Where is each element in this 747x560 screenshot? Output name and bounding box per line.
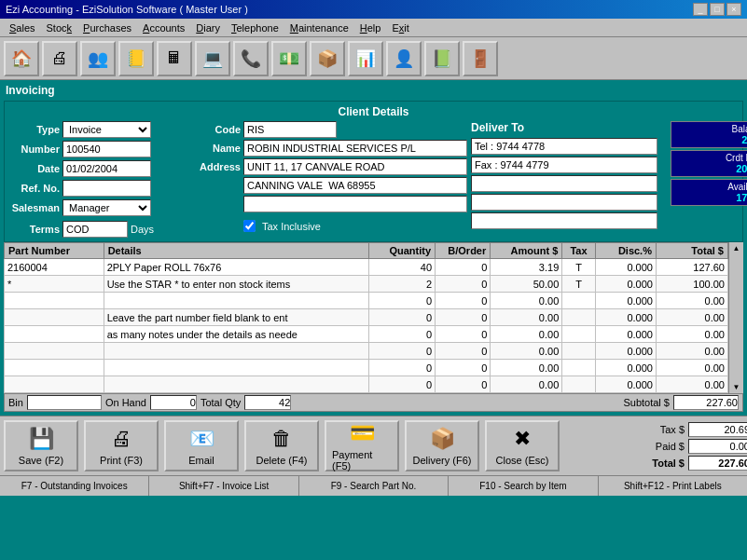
cell-part[interactable] (5, 343, 104, 360)
cell-total[interactable]: 0.00 (656, 293, 727, 309)
cell-details[interactable]: Use the STAR * to enter non stock items (104, 276, 368, 293)
table-row[interactable]: 0 0 0.00 0.000 0.00 (5, 360, 728, 376)
cell-amount[interactable]: 0.00 (491, 326, 562, 343)
cell-amount[interactable]: 0.00 (491, 343, 562, 360)
name-input[interactable] (243, 140, 467, 157)
toolbar-exit[interactable]: 🚪 (463, 41, 498, 76)
delete-button[interactable]: 🗑Delete (F4) (244, 420, 319, 471)
cell-details[interactable] (104, 293, 368, 309)
cell-part[interactable] (5, 293, 104, 309)
cell-border[interactable]: 0 (436, 259, 491, 276)
cell-border[interactable]: 0 (436, 343, 491, 360)
shortcut-item[interactable]: Shift+F7 - Invoice List (149, 476, 298, 496)
refno-input[interactable] (62, 180, 151, 197)
minimize-button[interactable]: _ (693, 3, 708, 16)
close-button[interactable]: ✖Close (Esc) (485, 420, 560, 471)
cell-total[interactable]: 127.60 (656, 259, 727, 276)
fax-input[interactable] (471, 157, 657, 173)
total-qty-input[interactable] (244, 395, 291, 410)
cell-details[interactable]: 2PLY Paper ROLL 76x76 (104, 259, 368, 276)
cell-disc[interactable]: 0.000 (595, 326, 656, 343)
cell-tax[interactable]: T (562, 259, 596, 276)
cell-disc[interactable]: 0.000 (595, 360, 656, 376)
shortcut-item[interactable]: Shift+F12 - Print Labels (599, 476, 747, 496)
table-row[interactable]: Leave the part number field blank to ent… (5, 309, 728, 326)
toolbar-chart[interactable]: 📊 (348, 41, 383, 76)
cell-qty[interactable]: 0 (368, 326, 435, 343)
cell-disc[interactable]: 0.000 (595, 276, 656, 293)
cell-disc[interactable]: 0.000 (595, 309, 656, 326)
cell-total[interactable]: 0.00 (656, 343, 727, 360)
menu-diary[interactable]: Diary (190, 20, 226, 35)
date-input[interactable] (62, 160, 151, 177)
cell-disc[interactable]: 0.000 (595, 293, 656, 309)
scroll-up-button[interactable]: ▲ (733, 244, 740, 253)
cell-details[interactable] (104, 376, 368, 393)
cell-total[interactable]: 100.00 (656, 276, 727, 293)
table-row[interactable]: 0 0 0.00 0.000 0.00 (5, 376, 728, 393)
type-select[interactable]: Invoice Quote Order (62, 121, 151, 138)
menu-telephone[interactable]: Telephone (226, 20, 284, 35)
save-button[interactable]: 💾Save (F2) (4, 420, 78, 471)
deliver-to-input3[interactable] (471, 212, 657, 229)
toolbar-book2[interactable]: 📗 (424, 41, 460, 76)
table-row[interactable]: as many notes under the details as neede… (5, 326, 728, 343)
cell-part[interactable] (5, 309, 104, 326)
cell-amount[interactable]: 50.00 (491, 276, 562, 293)
toolbar-people[interactable]: 👥 (80, 41, 116, 76)
cell-details[interactable]: Leave the part number field blank to ent (104, 309, 368, 326)
cell-amount[interactable]: 3.19 (491, 259, 562, 276)
menu-maintenance[interactable]: Maintenance (284, 20, 354, 35)
on-hand-input[interactable] (150, 395, 197, 410)
email-button[interactable]: 📧Email (164, 420, 239, 471)
table-row[interactable]: 0 0 0.00 0.000 0.00 (5, 293, 728, 309)
deliver-to-input[interactable] (471, 175, 657, 192)
menu-stock[interactable]: Stock (41, 20, 78, 35)
toolbar-print[interactable]: 🖨 (42, 41, 77, 76)
cell-details[interactable] (104, 343, 368, 360)
cell-amount[interactable]: 0.00 (491, 376, 562, 393)
cell-border[interactable]: 0 (436, 276, 491, 293)
menu-sales[interactable]: Sales (4, 20, 41, 35)
toolbar-phone[interactable]: 📞 (233, 41, 269, 76)
cell-amount[interactable]: 0.00 (491, 309, 562, 326)
close-window-button[interactable]: × (726, 3, 741, 16)
cell-qty[interactable]: 40 (368, 259, 435, 276)
cell-tax[interactable] (562, 360, 596, 376)
toolbar-stock2[interactable]: 📦 (310, 41, 345, 76)
cell-details[interactable] (104, 360, 368, 376)
address-input3[interactable] (243, 196, 467, 212)
toolbar-home[interactable]: 🏠 (4, 41, 39, 76)
maximize-button[interactable]: □ (710, 3, 725, 16)
delivery-button[interactable]: 📦Delivery (F6) (405, 420, 479, 471)
toolbar-money[interactable]: 💵 (271, 41, 307, 76)
cell-tax[interactable] (562, 309, 596, 326)
cell-details[interactable]: as many notes under the details as neede (104, 326, 368, 343)
cell-tax[interactable]: T (562, 276, 596, 293)
deliver-to-input2[interactable] (471, 194, 657, 211)
table-row[interactable]: 2160004 2PLY Paper ROLL 76x76 40 0 3.19 … (5, 259, 728, 276)
bin-input[interactable] (27, 395, 102, 410)
cell-part[interactable] (5, 376, 104, 393)
cell-part[interactable]: * (5, 276, 104, 293)
cell-total[interactable]: 0.00 (656, 376, 727, 393)
table-row[interactable]: * Use the STAR * to enter non stock item… (5, 276, 728, 293)
cell-tax[interactable] (562, 376, 596, 393)
menu-help[interactable]: Help (354, 20, 387, 35)
cell-border[interactable]: 0 (436, 309, 491, 326)
menu-exit[interactable]: Exit (386, 20, 414, 35)
cell-part[interactable] (5, 326, 104, 343)
cell-total[interactable]: 0.00 (656, 326, 727, 343)
cell-part[interactable] (5, 360, 104, 376)
terms-input[interactable] (62, 221, 128, 238)
cell-qty[interactable]: 0 (368, 343, 435, 360)
cell-part[interactable]: 2160004 (5, 259, 104, 276)
cell-disc[interactable]: 0.000 (595, 343, 656, 360)
shortcut-item[interactable]: F7 - Outstanding Invoices (0, 476, 149, 496)
number-input[interactable] (62, 141, 151, 157)
menu-accounts[interactable]: Accounts (137, 20, 190, 35)
cell-disc[interactable]: 0.000 (595, 259, 656, 276)
toolbar-person[interactable]: 👤 (386, 41, 422, 76)
cell-border[interactable]: 0 (436, 376, 491, 393)
tax-inclusive-checkbox[interactable] (243, 220, 256, 232)
